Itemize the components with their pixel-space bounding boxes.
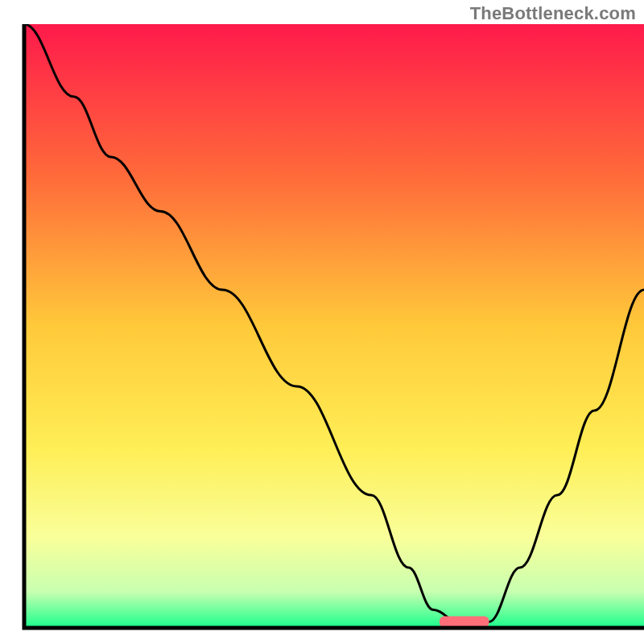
watermark-text: TheBottleneck.com [470,3,636,24]
bottleneck-chart [0,0,644,644]
plot-background [24,24,644,628]
optimal-range-marker [440,617,489,628]
chart-frame: TheBottleneck.com [0,0,644,644]
